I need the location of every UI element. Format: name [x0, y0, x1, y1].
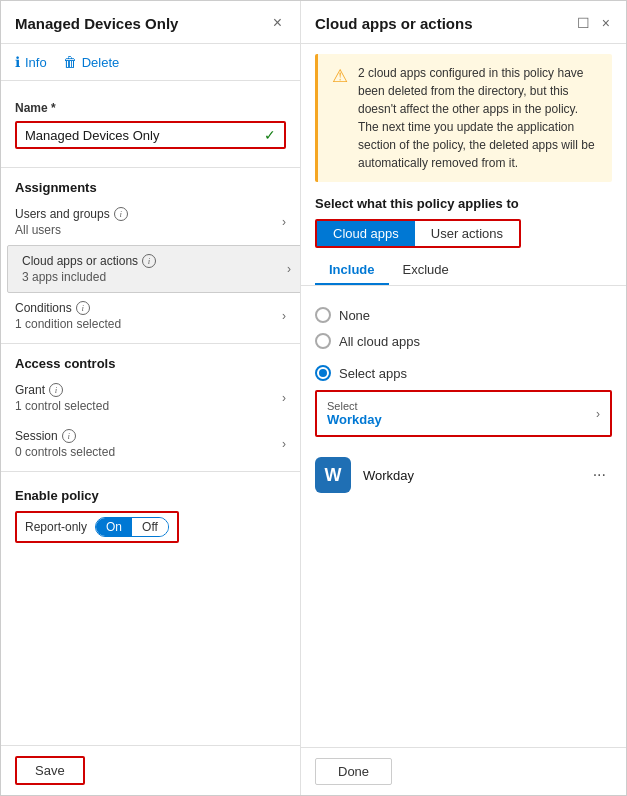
- save-button[interactable]: Save: [15, 756, 85, 785]
- cloud-apps-label: Cloud apps or actions: [22, 254, 138, 268]
- session-info-icon[interactable]: i: [62, 429, 76, 443]
- check-icon: ✓: [264, 127, 276, 143]
- conditions-content: Conditions i 1 condition selected: [15, 301, 121, 331]
- info-icon: ℹ: [15, 54, 20, 70]
- users-groups-nav-item[interactable]: Users and groups i All users ›: [1, 199, 300, 245]
- cloud-apps-tab[interactable]: Cloud apps: [317, 221, 415, 246]
- user-actions-tab[interactable]: User actions: [415, 221, 519, 246]
- left-panel: Managed Devices Only × ℹ Info 🗑 Delete N…: [1, 1, 301, 795]
- select-box-label: Select: [327, 400, 382, 412]
- workday-name: Workday: [363, 468, 575, 483]
- session-subtitle: 0 controls selected: [15, 445, 115, 459]
- name-field-label: Name *: [15, 101, 286, 115]
- session-label: Session: [15, 429, 58, 443]
- all-cloud-apps-radio-circle: [315, 333, 331, 349]
- workday-more-button[interactable]: ···: [587, 464, 612, 486]
- warning-banner: ⚠ 2 cloud apps configured in this policy…: [315, 54, 612, 182]
- name-input-wrapper: ✓: [15, 121, 286, 149]
- grant-chevron: ›: [282, 391, 286, 405]
- maximize-button[interactable]: ☐: [575, 13, 592, 33]
- all-cloud-apps-radio-item[interactable]: All cloud apps: [315, 328, 612, 354]
- left-header: Managed Devices Only ×: [1, 1, 300, 44]
- users-groups-subtitle: All users: [15, 223, 128, 237]
- select-box-content: Select Workday: [327, 400, 382, 427]
- policy-type-tab-group: Cloud apps User actions: [315, 219, 521, 248]
- workday-icon: W: [315, 457, 351, 493]
- delete-button[interactable]: 🗑 Delete: [63, 52, 120, 72]
- left-toolbar: ℹ Info 🗑 Delete: [1, 44, 300, 81]
- delete-label: Delete: [82, 55, 120, 70]
- cloud-apps-nav-item[interactable]: Cloud apps or actions i 3 apps included …: [7, 245, 300, 293]
- radio-group: None All cloud apps: [301, 296, 626, 360]
- users-groups-chevron: ›: [282, 215, 286, 229]
- assignments-label: Assignments: [1, 172, 300, 199]
- conditions-info-icon[interactable]: i: [76, 301, 90, 315]
- toggle-switch: On Off: [95, 517, 169, 537]
- left-footer: Save: [1, 745, 300, 795]
- select-apps-radio-circle: [315, 365, 331, 381]
- grant-info-icon[interactable]: i: [49, 383, 63, 397]
- done-button[interactable]: Done: [315, 758, 392, 785]
- right-panel: Cloud apps or actions ☐ × ⚠ 2 cloud apps…: [301, 1, 626, 795]
- conditions-chevron: ›: [282, 309, 286, 323]
- right-footer: Done: [301, 747, 626, 795]
- grant-nav-item[interactable]: Grant i 1 control selected ›: [1, 375, 300, 421]
- users-groups-info-icon[interactable]: i: [114, 207, 128, 221]
- right-header-icons: ☐ ×: [575, 13, 612, 33]
- select-box-value: Workday: [327, 412, 382, 427]
- conditions-subtitle: 1 condition selected: [15, 317, 121, 331]
- workday-icon-letter: W: [325, 465, 342, 486]
- cloud-apps-info-icon[interactable]: i: [142, 254, 156, 268]
- left-close-button[interactable]: ×: [269, 13, 286, 33]
- select-apps-radio-item[interactable]: Select apps: [315, 360, 612, 386]
- users-groups-label: Users and groups: [15, 207, 110, 221]
- none-radio-circle: [315, 307, 331, 323]
- grant-content: Grant i 1 control selected: [15, 383, 109, 413]
- toggle-off-button[interactable]: Off: [132, 518, 168, 536]
- cloud-apps-subtitle: 3 apps included: [22, 270, 156, 284]
- policy-type-tab-container: Cloud apps User actions: [301, 219, 626, 256]
- divider-3: [1, 471, 300, 472]
- policy-applies-label: Select what this policy applies to: [301, 192, 626, 219]
- right-panel-title: Cloud apps or actions: [315, 15, 473, 32]
- grant-label: Grant: [15, 383, 45, 397]
- info-label: Info: [25, 55, 47, 70]
- include-tab[interactable]: Include: [315, 256, 389, 285]
- users-groups-content: Users and groups i All users: [15, 207, 128, 237]
- workday-list-item: W Workday ···: [301, 447, 626, 503]
- enable-policy-section: Enable policy Report-only On Off: [1, 476, 300, 555]
- left-panel-title: Managed Devices Only: [15, 15, 178, 32]
- all-cloud-apps-radio-label: All cloud apps: [339, 334, 420, 349]
- warning-text: 2 cloud apps configured in this policy h…: [358, 64, 598, 172]
- include-exclude-tabs: Include Exclude: [301, 256, 626, 286]
- divider-1: [1, 167, 300, 168]
- grant-subtitle: 1 control selected: [15, 399, 109, 413]
- cloud-apps-content: Cloud apps or actions i 3 apps included: [22, 254, 156, 284]
- info-button[interactable]: ℹ Info: [15, 52, 47, 72]
- warning-icon: ⚠: [332, 65, 348, 172]
- grant-title: Grant i: [15, 383, 109, 397]
- delete-icon: 🗑: [63, 54, 77, 70]
- select-box[interactable]: Select Workday ›: [315, 390, 612, 437]
- right-header: Cloud apps or actions ☐ ×: [301, 1, 626, 44]
- right-content: ⚠ 2 cloud apps configured in this policy…: [301, 44, 626, 747]
- cloud-apps-title: Cloud apps or actions i: [22, 254, 156, 268]
- name-section: Name * ✓: [1, 95, 300, 163]
- exclude-tab[interactable]: Exclude: [389, 256, 463, 285]
- left-content: Name * ✓ Assignments Users and groups i …: [1, 81, 300, 745]
- cloud-apps-chevron: ›: [287, 262, 291, 276]
- select-apps-wrapper: Select apps Select Workday ›: [301, 360, 626, 437]
- toggle-on-button[interactable]: On: [96, 518, 132, 536]
- enable-policy-label: Enable policy: [15, 488, 286, 503]
- conditions-nav-item[interactable]: Conditions i 1 condition selected ›: [1, 293, 300, 339]
- none-radio-item[interactable]: None: [315, 302, 612, 328]
- right-close-button[interactable]: ×: [600, 13, 612, 33]
- session-nav-item[interactable]: Session i 0 controls selected ›: [1, 421, 300, 467]
- conditions-title: Conditions i: [15, 301, 121, 315]
- access-controls-label: Access controls: [1, 348, 300, 375]
- name-input[interactable]: [25, 128, 264, 143]
- select-box-chevron: ›: [596, 407, 600, 421]
- users-groups-title: Users and groups i: [15, 207, 128, 221]
- report-only-label: Report-only: [25, 520, 87, 534]
- session-content: Session i 0 controls selected: [15, 429, 115, 459]
